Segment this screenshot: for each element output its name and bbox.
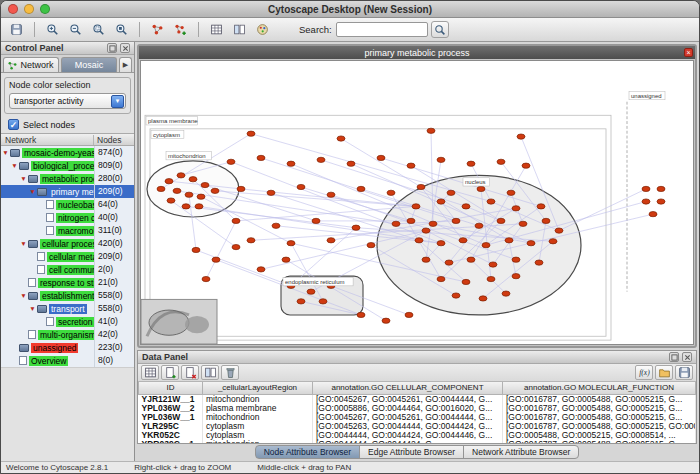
float-panel-icon[interactable] — [107, 43, 117, 53]
network-node[interactable] — [512, 206, 520, 211]
table-row[interactable]: YDR039C__1mitochondrion[GO:0044444, GO:0… — [139, 440, 696, 444]
network-node[interactable] — [297, 299, 305, 304]
network-node[interactable] — [549, 239, 557, 244]
table-row[interactable]: YLR295Ccytoplasm[GO:0045263, GO:0044444,… — [139, 422, 696, 431]
tree-row-transport[interactable]: ▼transport558(0) — [1, 302, 134, 315]
network-node[interactable] — [195, 204, 203, 209]
network-node[interactable] — [407, 163, 415, 168]
network-node[interactable] — [347, 161, 355, 166]
network-node[interactable] — [477, 186, 485, 191]
network-canvas[interactable]: plasma membranecytoplasmmitochondrionnuc… — [140, 60, 694, 345]
network-view-titlebar[interactable]: primary metabolic process × — [139, 46, 695, 59]
tab-network[interactable]: Network — [3, 57, 59, 72]
network-node[interactable] — [512, 257, 520, 262]
network-node[interactable] — [257, 267, 265, 272]
network-node[interactable] — [555, 228, 563, 233]
column-header-id[interactable]: ID — [139, 382, 203, 394]
network-node[interactable] — [319, 299, 327, 304]
tree-row-cellular-metabo[interactable]: cellular metabo...209(0) — [1, 250, 134, 263]
network-node[interactable] — [387, 190, 395, 195]
network-node[interactable] — [422, 257, 430, 262]
close-panel-icon[interactable] — [682, 352, 692, 362]
network-node[interactable] — [247, 238, 255, 243]
network-node[interactable] — [227, 159, 235, 164]
network-node[interactable] — [479, 296, 487, 301]
match-attribute-icon[interactable] — [201, 365, 219, 380]
delete-attribute-icon[interactable] — [181, 365, 199, 380]
network-node[interactable] — [357, 312, 365, 317]
network-node[interactable] — [487, 199, 495, 204]
network-node[interactable] — [327, 238, 335, 243]
network-node[interactable] — [507, 190, 515, 195]
tab-network-attribute-browser[interactable]: Network Attribute Browser — [463, 445, 579, 459]
network-node[interactable] — [167, 198, 175, 203]
network-node[interactable] — [287, 241, 295, 246]
network-node[interactable] — [405, 312, 413, 317]
tree-row-metabolic-process[interactable]: ▼metabolic process280(0) — [1, 172, 134, 185]
column-header-cellularlayoutregion[interactable]: _cellularLayoutRegion — [203, 382, 313, 394]
network-node[interactable] — [459, 238, 467, 243]
network-node[interactable] — [327, 192, 335, 197]
zoom-selected-icon[interactable] — [111, 20, 132, 39]
select-nodes-checkbox[interactable]: ✓ — [8, 119, 19, 130]
network-node[interactable] — [467, 161, 475, 166]
node-color-dropdown[interactable]: transporter activity ▼ — [9, 93, 126, 109]
tree-column-network[interactable]: Network — [1, 135, 94, 145]
select-nodes-option[interactable]: ✓ Select nodes — [8, 119, 131, 130]
network-node[interactable] — [297, 184, 305, 189]
network-node[interactable] — [489, 262, 497, 267]
merge-networks-icon[interactable] — [229, 20, 250, 39]
tree-row-nitrogen-compo[interactable]: nitrogen compo...40(0) — [1, 211, 134, 224]
network-node[interactable] — [177, 173, 185, 178]
select-attributes-icon[interactable] — [141, 365, 159, 380]
network-node[interactable] — [257, 155, 265, 160]
tab-edge-attribute-browser[interactable]: Edge Attribute Browser — [359, 445, 464, 459]
network-node[interactable] — [317, 157, 325, 162]
network-edge[interactable] — [215, 191, 416, 207]
close-window-button[interactable] — [8, 4, 18, 14]
network-node[interactable] — [497, 218, 505, 223]
import-attributes-icon[interactable] — [655, 365, 673, 380]
network-node[interactable] — [212, 257, 220, 262]
network-node[interactable] — [657, 199, 665, 204]
network-node[interactable] — [232, 244, 240, 249]
tree-row-unassigned[interactable]: unassigned223(0) — [1, 341, 134, 354]
tree-row-nucleobase[interactable]: nucleobase...64(0) — [1, 198, 134, 211]
network-node[interactable] — [185, 192, 193, 197]
save-session-icon[interactable] — [6, 20, 27, 39]
zoom-out-icon[interactable] — [65, 20, 86, 39]
tree-row-cellular-process[interactable]: ▼cellular process420(0) — [1, 237, 134, 250]
network-node[interactable] — [272, 223, 280, 228]
network-node[interactable] — [542, 218, 550, 223]
network-node[interactable] — [519, 221, 527, 226]
network-node[interactable] — [427, 128, 435, 133]
network-node[interactable] — [522, 163, 530, 168]
network-node[interactable] — [157, 186, 165, 191]
expander-icon[interactable]: ▼ — [19, 175, 28, 182]
network-node[interactable] — [182, 204, 190, 209]
close-view-button[interactable]: × — [684, 48, 693, 57]
network-node[interactable] — [415, 238, 423, 243]
expander-icon[interactable]: ▼ — [10, 162, 19, 169]
network-edge[interactable] — [206, 221, 236, 279]
network-node[interactable] — [202, 276, 210, 281]
expander-icon[interactable]: ▼ — [28, 305, 37, 312]
table-row[interactable]: YPL036W__2plasma membrane[GO:0005886, GO… — [139, 404, 696, 413]
network-node[interactable] — [445, 260, 453, 265]
minimize-window-button[interactable] — [24, 4, 34, 14]
network-node[interactable] — [642, 199, 650, 204]
network-node[interactable] — [237, 186, 245, 191]
network-node[interactable] — [197, 194, 205, 199]
export-attributes-icon[interactable] — [675, 365, 693, 380]
network-edge[interactable] — [196, 250, 291, 286]
tree-row-establishment-of-lo[interactable]: ▼establishment of lo...558(0) — [1, 289, 134, 302]
destroy-network-icon[interactable] — [147, 20, 168, 39]
expander-icon[interactable]: ▼ — [19, 292, 28, 299]
tab-mosaic[interactable]: Mosaic — [61, 57, 117, 72]
clear-attribute-icon[interactable] — [221, 365, 239, 380]
network-node[interactable] — [657, 186, 665, 191]
network-node[interactable] — [527, 241, 535, 246]
network-node[interactable] — [287, 161, 295, 166]
zoom-in-icon[interactable] — [42, 20, 63, 39]
network-node[interactable] — [447, 190, 455, 195]
